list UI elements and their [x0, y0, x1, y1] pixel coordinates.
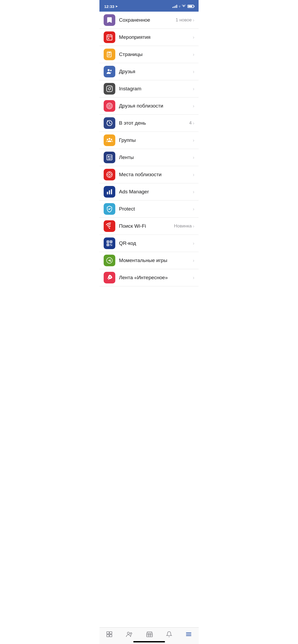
wifi-badge: Новинка — [174, 223, 192, 229]
svg-rect-0 — [107, 35, 112, 40]
chevron-icon: › — [193, 86, 194, 92]
status-bar: 12:33 ➤ ▿ — [99, 0, 199, 12]
svg-rect-46 — [110, 245, 111, 246]
games-icon — [104, 255, 115, 266]
ads-manager-label: Ads Manager — [119, 189, 193, 195]
protect-label: Protect — [119, 206, 193, 212]
wifi-icon: ▿ — [179, 4, 186, 8]
chevron-icon: › — [193, 241, 194, 246]
saved-icon — [104, 14, 115, 26]
svg-rect-35 — [109, 190, 110, 194]
chevron-icon: › — [193, 189, 194, 195]
games-label: Моментальные игры — [119, 258, 193, 263]
qr-label: QR-код — [119, 240, 193, 246]
svg-rect-34 — [107, 192, 108, 194]
list-item[interactable]: Страницы › — [99, 46, 199, 63]
nearby-places-label: Места поблизости — [119, 172, 193, 178]
on-this-day-label: В этот день — [119, 120, 189, 126]
interesting-feed-label: Лента «Интересное» — [119, 275, 193, 281]
ads-manager-icon — [104, 186, 115, 198]
chevron-icon: › — [193, 69, 194, 74]
nearby-friends-icon — [104, 100, 115, 112]
menu-list: Сохраненное 1 новое › Мероприятия › — [99, 12, 199, 286]
svg-point-37 — [109, 227, 110, 228]
groups-icon — [104, 134, 115, 146]
list-item[interactable]: Моментальные игры › — [99, 252, 199, 269]
list-item[interactable]: Ленты › — [99, 149, 199, 166]
chevron-icon: › — [193, 258, 194, 263]
chevron-icon: › — [193, 206, 194, 212]
list-item[interactable]: Группы › — [99, 132, 199, 149]
groups-label: Группы — [119, 137, 193, 143]
wifi-icon — [104, 220, 115, 232]
location-icon: ➤ — [115, 5, 118, 8]
list-item[interactable]: Места поблизости › — [99, 166, 199, 183]
svg-point-20 — [111, 139, 112, 140]
list-item[interactable]: Друзья › — [99, 63, 199, 80]
on-this-day-icon — [104, 117, 115, 129]
svg-point-29 — [109, 174, 110, 175]
list-item[interactable]: Ads Manager › — [99, 183, 199, 200]
feeds-icon — [104, 152, 115, 163]
list-item[interactable]: Мероприятия › — [99, 29, 199, 46]
saved-badge: 1 новое — [176, 17, 192, 23]
chevron-icon: › — [193, 17, 194, 23]
svg-point-18 — [109, 138, 111, 140]
rocket-icon — [104, 272, 115, 283]
saved-label: Сохраненное — [119, 17, 176, 23]
svg-rect-22 — [108, 156, 109, 157]
protect-icon — [104, 203, 115, 215]
nearby-places-icon — [104, 169, 115, 180]
instagram-label: Instagram — [119, 86, 193, 92]
nearby-friends-label: Друзья поблизости — [119, 103, 193, 109]
page-wrapper: Сохраненное 1 новое › Мероприятия › — [99, 12, 199, 309]
events-icon — [104, 31, 115, 43]
svg-point-19 — [107, 139, 108, 140]
svg-point-16 — [109, 106, 110, 106]
svg-point-8 — [108, 69, 110, 71]
svg-rect-43 — [107, 244, 108, 245]
svg-rect-41 — [111, 241, 111, 242]
svg-point-50 — [109, 277, 111, 278]
list-item[interactable]: Instagram › — [99, 80, 199, 97]
list-item[interactable]: Protect › — [99, 200, 199, 218]
on-this-day-badge: 4 — [189, 120, 192, 126]
feeds-label: Ленты — [119, 155, 193, 160]
friends-label: Друзья — [119, 69, 193, 74]
list-item[interactable]: Сохраненное 1 новое › — [99, 12, 199, 29]
svg-rect-44 — [110, 244, 111, 245]
chevron-icon: › — [193, 155, 194, 160]
pages-label: Страницы — [119, 52, 193, 57]
friends-icon — [104, 66, 115, 77]
signal-bars-icon — [172, 5, 177, 8]
svg-point-49 — [110, 259, 111, 260]
list-item[interactable]: QR-код › — [99, 235, 199, 252]
chevron-icon: › — [193, 35, 194, 40]
svg-rect-10 — [107, 86, 112, 92]
svg-rect-45 — [112, 244, 112, 244]
list-item[interactable]: Друзья поблизости › — [99, 97, 199, 115]
chevron-icon: › — [193, 172, 194, 178]
chevron-icon: › — [193, 52, 194, 57]
svg-rect-36 — [111, 189, 112, 194]
svg-rect-39 — [107, 241, 108, 242]
pages-icon — [104, 49, 115, 60]
list-item[interactable]: В этот день 4 › — [99, 115, 199, 132]
svg-rect-4 — [108, 38, 109, 39]
chevron-icon: › — [193, 120, 194, 126]
qr-icon — [104, 237, 115, 249]
events-label: Мероприятия — [119, 34, 193, 40]
status-time: 12:33 ➤ — [104, 4, 118, 9]
instagram-icon — [104, 83, 115, 95]
time-label: 12:33 — [104, 4, 114, 9]
svg-rect-47 — [111, 245, 112, 246]
chevron-icon: › — [193, 138, 194, 143]
battery-icon — [187, 5, 194, 8]
chevron-icon: › — [193, 275, 194, 281]
svg-point-12 — [111, 87, 111, 87]
chevron-icon: › — [193, 223, 194, 229]
wifi-search-label: Поиск Wi-Fi — [119, 223, 174, 229]
list-item[interactable]: Поиск Wi-Fi Новинка › — [99, 218, 199, 235]
list-item[interactable]: Лента «Интересное» › — [99, 269, 199, 286]
status-icons: ▿ — [172, 4, 194, 8]
